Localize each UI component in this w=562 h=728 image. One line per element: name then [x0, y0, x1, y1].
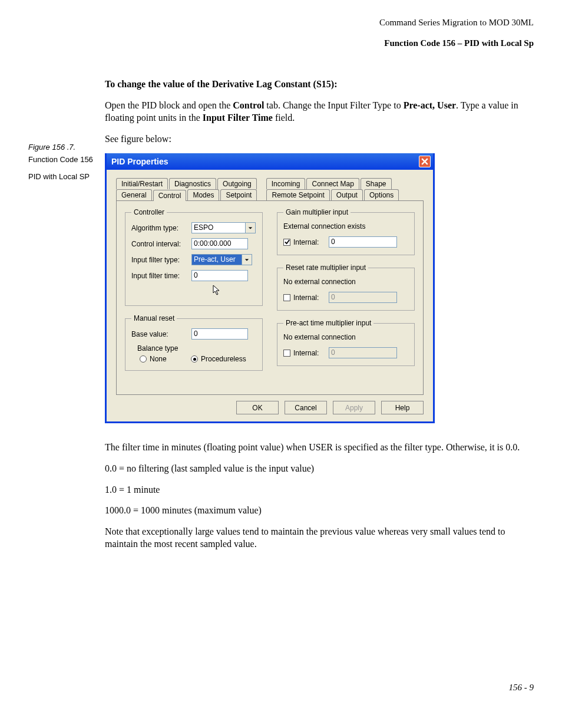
preact-time-group: Pre-act time multiplier input No externa…	[277, 319, 415, 366]
tab-control[interactable]: Control	[153, 190, 187, 201]
control-interval-input[interactable]: 0:00:00.000	[191, 238, 248, 249]
chevron-down-icon[interactable]	[246, 222, 256, 233]
after-text-2: 0.0 = no filtering (last sampled value i…	[105, 462, 534, 475]
base-value-input[interactable]: 0	[191, 328, 248, 340]
input-filter-time-input[interactable]: 0	[191, 270, 248, 281]
after-text-5: Note that exceptionally large values ten…	[105, 525, 534, 551]
tab-incoming[interactable]: Incoming	[266, 178, 306, 189]
after-text-3: 1.0 = 1 minute	[105, 483, 534, 496]
algorithm-type-label: Algorithm type:	[131, 224, 191, 232]
tab-setpoint[interactable]: Setpoint	[220, 189, 257, 200]
tab-initial-restart[interactable]: Initial/Restart	[116, 178, 168, 189]
input-filter-time-label: Input filter time:	[131, 272, 191, 280]
reset-internal-checkbox[interactable]	[283, 294, 290, 301]
balance-none-radio[interactable]	[140, 355, 147, 363]
balance-none-label: None	[150, 355, 191, 363]
reset-internal-label: Internal:	[293, 294, 329, 302]
reset-rate-group: Reset rate multiplier input No external …	[277, 263, 415, 311]
page-number: 156 - 9	[509, 683, 534, 693]
controller-group: Controller Algorithm type: ESPO Control …	[125, 208, 263, 306]
gain-multiplier-legend: Gain multiplier input	[283, 208, 351, 216]
input-filter-type-label: Input filter type:	[131, 256, 191, 264]
section-heading: To change the value of the Derivative La…	[105, 78, 534, 91]
preact-external-text: No external connection	[283, 333, 408, 341]
tab-remote-setpoint[interactable]: Remote Setpoint	[266, 189, 329, 200]
controller-legend: Controller	[131, 208, 167, 216]
pid-properties-dialog: PID Properties Initial/Restart Diagnosti…	[105, 153, 435, 423]
apply-button: Apply	[333, 401, 375, 414]
algorithm-type-select[interactable]: ESPO	[191, 222, 246, 233]
reset-external-text: No external connection	[283, 278, 408, 286]
cancel-button[interactable]: Cancel	[285, 401, 327, 414]
header-line1: Command Series Migration to MOD 30ML	[28, 18, 534, 28]
figure-number: Figure 156 .7.	[28, 143, 105, 151]
tab-general[interactable]: General	[116, 189, 152, 200]
titlebar[interactable]: PID Properties	[107, 153, 433, 170]
manual-reset-group: Manual reset Base value: 0 Balance type …	[125, 314, 263, 371]
base-value-label: Base value:	[131, 330, 191, 338]
preact-time-legend: Pre-act time multiplier input	[283, 319, 373, 327]
close-icon[interactable]	[419, 156, 431, 167]
see-figure: See figure below:	[105, 133, 534, 146]
preact-internal-checkbox[interactable]	[283, 350, 290, 357]
chevron-down-icon[interactable]	[242, 254, 252, 265]
control-interval-label: Control interval:	[131, 240, 191, 248]
after-text-4: 1000.0 = 1000 minutes (maximum value)	[105, 504, 534, 517]
manual-reset-legend: Manual reset	[131, 314, 177, 322]
gain-internal-label: Internal:	[293, 238, 329, 246]
dialog-title: PID Properties	[111, 157, 168, 166]
gain-internal-input[interactable]: 0	[329, 236, 397, 248]
preact-internal-input: 0	[329, 347, 397, 358]
tab-output[interactable]: Output	[331, 189, 363, 200]
balance-procedureless-radio[interactable]	[191, 355, 198, 363]
tab-shape[interactable]: Shape	[361, 178, 392, 189]
intro-paragraph: Open the PID block and open the Control …	[105, 99, 534, 124]
tab-connect-map[interactable]: Connect Map	[306, 178, 359, 189]
header-line2: Function Code 156 – PID with Local Sp	[28, 38, 534, 48]
figure-fc: Function Code 156	[28, 155, 105, 164]
gain-multiplier-group: Gain multiplier input External connectio…	[277, 208, 415, 255]
ok-button[interactable]: OK	[236, 401, 279, 414]
cursor-icon	[213, 285, 221, 295]
reset-internal-input: 0	[329, 292, 397, 303]
gain-external-text: External connection exists	[283, 222, 408, 230]
input-filter-type-select[interactable]: Pre-act, User	[191, 254, 242, 265]
reset-rate-legend: Reset rate multiplier input	[283, 263, 368, 272]
tab-diagnostics[interactable]: Diagnostics	[169, 178, 216, 189]
balance-procedureless-label: Procedureless	[201, 355, 246, 363]
tab-modes[interactable]: Modes	[187, 189, 219, 200]
tab-options[interactable]: Options	[364, 189, 399, 200]
figure-desc: PID with Local SP	[28, 172, 105, 181]
balance-type-label: Balance type	[137, 344, 256, 353]
preact-internal-label: Internal:	[293, 349, 329, 357]
help-button[interactable]: Help	[381, 401, 424, 414]
tab-outgoing[interactable]: Outgoing	[217, 178, 257, 189]
after-text-1: The filter time in minutes (floating poi…	[105, 441, 534, 454]
gain-internal-checkbox[interactable]	[283, 239, 290, 246]
